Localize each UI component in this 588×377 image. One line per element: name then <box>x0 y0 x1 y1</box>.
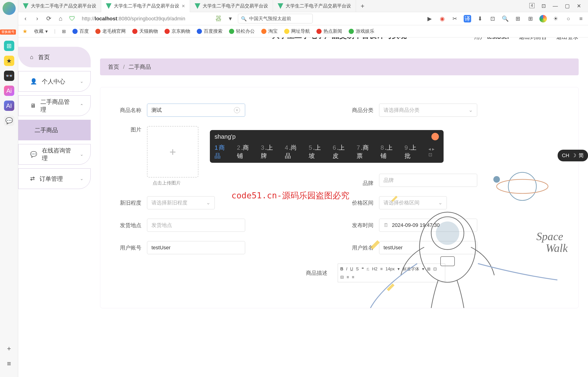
vue-icon <box>106 3 112 9</box>
qr-icon[interactable]: 器 <box>215 15 223 23</box>
bookmark-taobao[interactable]: 淘宝 <box>261 28 278 34</box>
ime-candidate-8[interactable]: 8.上铺 <box>381 144 397 160</box>
bookmark-office[interactable]: 轻松办公 <box>229 28 255 34</box>
tool-icon-1[interactable]: ▶ <box>426 15 433 23</box>
bookmark-news[interactable]: 热点新闻 <box>317 28 342 34</box>
side-icon-chat[interactable]: 💬 <box>4 116 14 126</box>
clear-input-icon[interactable]: ✕ <box>234 107 240 113</box>
close-icon[interactable]: ✕ <box>181 3 185 9</box>
search-input[interactable]: 🔍 中国天气预报太超前 <box>238 14 313 24</box>
vue-icon <box>195 3 200 9</box>
tab-0[interactable]: 大学生二手电子产品交易平台设 <box>18 0 101 12</box>
breadcrumb-root[interactable]: 首页 <box>108 64 119 70</box>
ime-candidate-6[interactable]: 6.上皮 <box>333 144 349 160</box>
tool-icon-apps[interactable]: ⊞ <box>527 15 534 23</box>
image-upload-box[interactable]: + <box>147 126 198 177</box>
window-menu-icon[interactable]: ⊡ <box>542 3 546 9</box>
bookmark-laomaotao[interactable]: 老毛桃官网 <box>95 28 126 34</box>
favorite-star-icon[interactable]: ★ <box>23 28 28 35</box>
select-placeholder: 请选择新旧程度 <box>151 199 187 206</box>
ime-candidate-9[interactable]: 9.上批 <box>405 144 421 160</box>
sidebar-item-orders[interactable]: ⇄ 订单管理 ⌄ <box>18 168 91 189</box>
side-icon-1[interactable]: ⊞ <box>4 41 14 51</box>
tab-title: 大学生二手电子产品交易平台设 <box>203 3 268 9</box>
tool-icon-color[interactable] <box>539 15 547 23</box>
condition-select[interactable]: 请选择新旧程度 ⌄ <box>147 196 215 209</box>
side-icon-ai[interactable]: Ai <box>4 86 14 96</box>
browser-logo[interactable] <box>3 2 16 15</box>
ime-indicator[interactable]: CH ☽ 简 <box>558 150 588 161</box>
tool-icon-menu[interactable]: ≡ <box>577 15 585 23</box>
side-icon-3[interactable]: 👓 <box>4 71 14 81</box>
publish-time-input[interactable]: 🗓 2024-09-09 19:47:30 <box>379 219 477 232</box>
favorites-label[interactable]: 收藏 ▾ <box>34 28 48 34</box>
bookmark-jd[interactable]: 京东购物 <box>165 28 190 34</box>
maximize-icon[interactable]: ▢ <box>565 3 570 9</box>
tab-1[interactable]: 大学生二手电子产品交易平台设✕ <box>101 0 190 12</box>
bookmark-games[interactable]: 游戏娱乐 <box>349 28 374 34</box>
ime-composition: shang'p <box>215 133 236 140</box>
back-button[interactable]: ‹ <box>22 15 29 23</box>
side-icon-ai2[interactable]: AI <box>4 101 14 111</box>
user-name-input[interactable] <box>379 241 477 254</box>
tool-icon-sun[interactable]: ☀ <box>552 15 559 23</box>
ship-from-input[interactable] <box>147 219 245 232</box>
tool-icon-scissors[interactable]: ✂ <box>451 15 459 23</box>
address-input[interactable]: http://localhost:8080/springboot39qu9/ad… <box>80 15 211 23</box>
sidebar-item-label: 在线咨询管理 <box>42 147 75 162</box>
tool-icon-translate[interactable]: 译 <box>464 15 471 23</box>
rich-text-editor[interactable]: BIUS❝⎌ H2≡ 14px▾ 标准字体▾ ⊞⊡⊟≡≡ <box>338 264 445 282</box>
forward-button[interactable]: › <box>33 15 41 23</box>
category-select[interactable]: 请选择商品分类 ⌄ <box>379 104 477 117</box>
side-menu-icon[interactable]: ≡ <box>7 360 11 368</box>
product-name-input[interactable] <box>147 104 245 117</box>
reload-button[interactable]: ⟳ <box>45 15 53 23</box>
sidebar-item-consult[interactable]: 💬 在线咨询管理 ⌄ <box>18 144 91 165</box>
ime-candidate-2[interactable]: 2.商铺 <box>237 144 254 160</box>
side-add-icon[interactable]: + <box>7 345 11 353</box>
shield-icon[interactable]: 🛡 <box>68 15 76 23</box>
user-account-input[interactable] <box>147 241 245 254</box>
moon-icon: ☽ <box>572 153 576 159</box>
bookmark-baidu[interactable]: 百度 <box>72 28 89 34</box>
new-tab-button[interactable]: + <box>356 2 369 10</box>
bookmark-baidusearch[interactable]: 百度搜索 <box>197 28 223 34</box>
close-window-icon[interactable]: ✕ <box>577 3 581 9</box>
tool-icon-search[interactable]: 🔍 <box>501 15 509 23</box>
tool-icon-pip[interactable]: ⊡ <box>489 15 496 23</box>
vue-icon <box>278 3 283 9</box>
sidebar-item-product-list[interactable]: 二手商品 <box>18 120 91 140</box>
sidebar-item-profile[interactable]: 👤 个人中心 ⌄ <box>18 71 91 92</box>
minimize-icon[interactable]: — <box>553 3 558 9</box>
address-bar-row: ‹ › ⟳ ⌂ 🛡 http://localhost:8080/springbo… <box>18 12 588 25</box>
user-account-label: 用户账号 <box>114 244 147 251</box>
ime-candidate-4[interactable]: 4.尚品 <box>285 144 302 160</box>
sidebar-item-home[interactable]: ⌂ 首页 <box>18 47 91 67</box>
tool-icon-4[interactable]: ○ <box>565 15 572 23</box>
bookmark-tmall[interactable]: 天猫购物 <box>132 28 158 34</box>
dropdown-icon[interactable]: ▾ <box>226 15 234 23</box>
tool-icon-weibo[interactable]: ◉ <box>438 15 446 23</box>
tab-3[interactable]: 大学生二手电子产品交易平台设 <box>273 0 356 12</box>
brand-label: 品牌 <box>346 180 379 187</box>
tool-icon-download[interactable]: ⬇ <box>476 15 484 23</box>
sidebar-item-products[interactable]: 🖥 二手商品管理 ⌃ <box>18 95 91 116</box>
price-range-select[interactable]: 请选择价格区间 ⌄ <box>379 196 447 209</box>
bookmark-app-icon[interactable]: ⊞ <box>62 29 66 34</box>
side-icon-2[interactable]: ★ <box>4 56 14 66</box>
ime-candidate-7[interactable]: 7.商票 <box>357 144 373 160</box>
ime-candidate-3[interactable]: 3.上牌 <box>261 144 278 160</box>
ime-candidate-1[interactable]: 1商品 <box>215 144 230 160</box>
brand-input[interactable] <box>379 174 477 187</box>
ime-candidate-5[interactable]: 5.上坡 <box>309 144 326 160</box>
tab-count-badge[interactable]: 4 <box>529 3 534 8</box>
sidebar-item-label: 订单管理 <box>39 175 63 183</box>
breadcrumb: 首页 / 二手商品 <box>100 59 579 75</box>
account-switch-badge[interactable]: 替换账号 <box>0 29 16 35</box>
tool-icon-picker[interactable]: ⊞ <box>514 15 522 23</box>
home-button[interactable]: ⌂ <box>57 15 65 23</box>
ime-pager[interactable]: ◂ ▸ ⊡ <box>428 146 439 157</box>
ime-avatar-icon[interactable] <box>431 133 439 140</box>
tab-2[interactable]: 大学生二手电子产品交易平台设 <box>190 0 273 12</box>
bookmark-navsite[interactable]: 网址导航 <box>284 28 310 34</box>
